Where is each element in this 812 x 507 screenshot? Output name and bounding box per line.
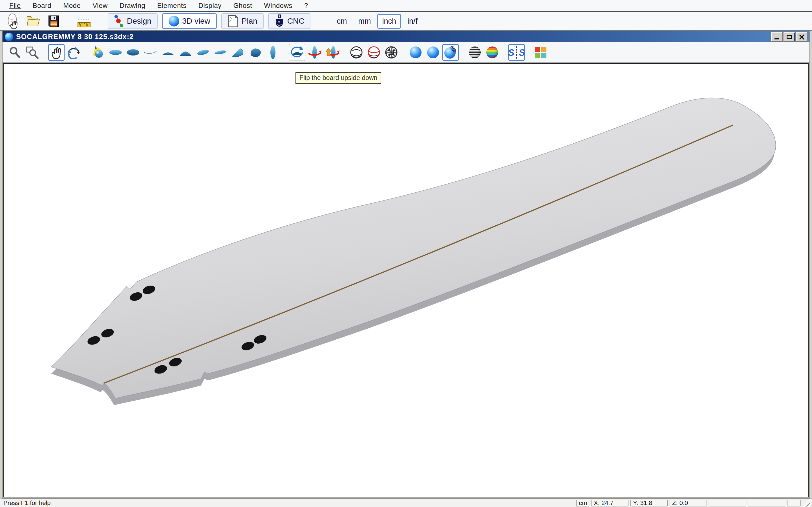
solid-sphere-icon xyxy=(410,47,421,58)
menu-ghost[interactable]: Ghost xyxy=(227,2,258,10)
open-folder-icon[interactable] xyxy=(24,13,42,29)
document-titlebar[interactable]: SOCALGREMMY 8 30 125.s3dx:2 xyxy=(2,31,810,42)
wireframe-sphere-red-icon xyxy=(367,46,380,59)
menu-mode[interactable]: Mode xyxy=(57,2,87,10)
section-flat-icon xyxy=(161,46,175,59)
unit-selector: cm mm inch in/f xyxy=(332,14,422,29)
color-squares-button[interactable] xyxy=(532,44,549,61)
minimize-button[interactable] xyxy=(771,33,782,41)
menu-bar: File Board Mode View Drawing Elements Di… xyxy=(0,0,812,12)
view-front-lens-button[interactable] xyxy=(265,44,281,61)
perspective-3-icon xyxy=(231,46,245,59)
view-outline-bottom-button[interactable] xyxy=(125,44,141,61)
mesh-sphere-button[interactable] xyxy=(383,44,400,61)
canvas-frame xyxy=(2,63,810,499)
save-floppy-icon[interactable] xyxy=(45,13,63,29)
outline-bottom-icon xyxy=(126,46,140,59)
sphere-pencil-button[interactable]: ✎ xyxy=(442,44,459,61)
resize-grip[interactable] xyxy=(803,499,810,507)
minimize-icon xyxy=(774,38,779,40)
pencil-icon: ✎ xyxy=(449,43,458,56)
view-section-tall-button[interactable] xyxy=(177,44,194,61)
document-window: SOCALGREMMY 8 30 125.s3dx:2 xyxy=(0,31,812,499)
tooltip: Flip the board upside down xyxy=(296,72,381,83)
view-perspective-2-button[interactable] xyxy=(212,44,229,61)
menu-display[interactable]: Display xyxy=(192,2,227,10)
unit-mm[interactable]: mm xyxy=(353,14,375,29)
rainbow-sphere-icon xyxy=(486,47,498,58)
zoom-tool-button[interactable] xyxy=(6,44,23,61)
flip-board-button[interactable] xyxy=(289,44,305,61)
perspective-2-icon xyxy=(213,46,227,59)
menu-windows[interactable]: Windows xyxy=(258,2,298,10)
design-nodes-icon xyxy=(114,15,124,27)
zoom-window-icon xyxy=(26,46,39,59)
wireframe-sphere-icon xyxy=(350,46,363,59)
solid-sphere-button[interactable] xyxy=(407,44,424,61)
perspective-1-icon xyxy=(196,46,210,59)
wireframe-sphere-button[interactable] xyxy=(348,44,364,61)
view-outline-top-button[interactable] xyxy=(107,44,124,61)
menu-file[interactable]: File xyxy=(3,2,27,10)
svg-text:0: 0 xyxy=(86,24,88,27)
surfboard-bottom xyxy=(51,98,776,398)
menu-help[interactable]: ? xyxy=(298,2,314,10)
design-mode-button[interactable]: Design xyxy=(108,13,158,29)
menu-elements[interactable]: Elements xyxy=(151,2,192,10)
measurements-ruler-icon[interactable]: 10 xyxy=(76,13,94,29)
view-rocker-button[interactable] xyxy=(142,44,159,61)
symmetry-button[interactable]: S S xyxy=(508,44,525,61)
view-perspective-4-button[interactable] xyxy=(247,44,264,61)
color-squares-icon xyxy=(535,47,546,58)
pan-tool-button[interactable] xyxy=(48,44,64,61)
rainbow-sphere-button[interactable] xyxy=(484,44,500,61)
render-light-button[interactable] xyxy=(90,44,106,61)
plan-label: Plan xyxy=(242,17,257,25)
3d-view-mode-button[interactable]: 3D view xyxy=(162,13,217,29)
main-toolbar: 10 Design 3D view Plan CNC c xyxy=(0,12,812,31)
rotate-3d-button[interactable] xyxy=(66,44,82,61)
maximize-button[interactable] xyxy=(783,33,795,41)
status-help-text: Press F1 for help xyxy=(2,499,574,507)
unit-cm[interactable]: cm xyxy=(332,14,352,29)
rotate-vertical-axis-button[interactable] xyxy=(324,44,340,61)
surfboard-3d-render xyxy=(4,64,808,497)
3d-view-label: 3D view xyxy=(182,17,210,25)
cnc-label: CNC xyxy=(287,17,305,25)
rotate-3d-icon xyxy=(67,46,81,59)
menu-board[interactable]: Board xyxy=(27,2,57,10)
status-empty-panel xyxy=(709,500,746,506)
svg-text:1: 1 xyxy=(80,24,81,27)
view-perspective-3-button[interactable] xyxy=(230,44,246,61)
stripes-sphere-button[interactable] xyxy=(467,44,483,61)
view-perspective-1-button[interactable] xyxy=(195,44,211,61)
plan-mode-button[interactable]: Plan xyxy=(221,13,264,29)
rotate-long-axis-button[interactable] xyxy=(306,44,323,61)
view-section-flat-button[interactable] xyxy=(160,44,176,61)
close-icon xyxy=(799,34,804,40)
status-empty-panel xyxy=(748,500,785,506)
view-toolbar: ✎ S S xyxy=(2,42,810,63)
cnc-mode-button[interactable]: CNC xyxy=(268,13,311,29)
smooth-sphere-icon xyxy=(427,47,439,58)
status-bar: Press F1 for help cm X: 24.7 Y: 31.8 Z: … xyxy=(0,499,812,507)
document-icon xyxy=(5,33,13,41)
unit-inf[interactable]: in/f xyxy=(403,14,422,29)
rocker-icon xyxy=(144,46,158,59)
close-button[interactable] xyxy=(796,33,807,41)
smooth-sphere-button[interactable] xyxy=(425,44,441,61)
section-tall-icon xyxy=(179,46,193,59)
unit-inch[interactable]: inch xyxy=(377,14,401,29)
menu-drawing[interactable]: Drawing xyxy=(114,2,151,10)
3d-canvas[interactable] xyxy=(3,63,809,497)
status-y-coordinate: Y: 31.8 xyxy=(630,500,668,506)
mesh-sphere-icon xyxy=(385,46,398,59)
board-cursor-icon[interactable] xyxy=(4,13,22,29)
menu-view[interactable]: View xyxy=(87,2,114,10)
status-x-coordinate: X: 24.7 xyxy=(591,500,628,506)
zoom-icon xyxy=(8,46,21,59)
zoom-window-button[interactable] xyxy=(24,44,40,61)
plan-page-icon xyxy=(227,14,239,28)
cnc-bit-icon xyxy=(274,14,285,28)
wireframe-sphere-red-button[interactable] xyxy=(366,44,382,61)
